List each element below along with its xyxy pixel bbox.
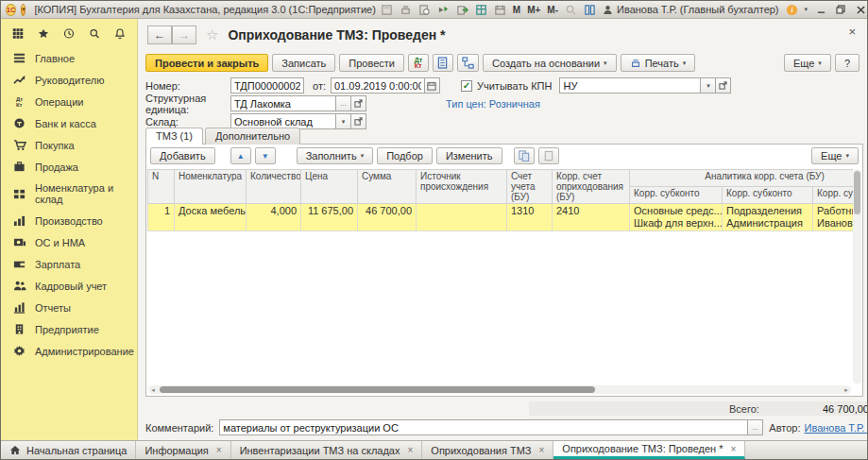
chevron-down-icon[interactable]: ▾: [805, 6, 808, 13]
taskbar-tab-inventories[interactable]: Инвентаризации ТМЗ на складах×: [231, 441, 423, 459]
tab-additional[interactable]: Дополнительно: [205, 128, 300, 145]
move-down-button[interactable]: ▼: [255, 147, 276, 164]
horizontal-scrollbar-thumb[interactable]: [160, 386, 595, 393]
cell-price[interactable]: 11 675,00: [301, 204, 358, 231]
create-on-base-button[interactable]: Создать на основании▾: [483, 54, 617, 72]
print-preview-icon[interactable]: [418, 4, 431, 16]
print-button[interactable]: Печать▾: [621, 54, 696, 72]
favorite-star-icon[interactable]: ☆: [206, 26, 218, 43]
open-icon[interactable]: [716, 77, 731, 94]
choose-ellipsis-icon[interactable]: …: [336, 95, 351, 111]
sidebar-item-administration[interactable]: Администрирование: [1, 340, 137, 362]
calc-m-button[interactable]: M: [513, 5, 520, 15]
vertical-scrollbar-thumb[interactable]: [854, 171, 860, 214]
post-button[interactable]: Провести: [339, 54, 404, 72]
favorites-star-icon[interactable]: [38, 26, 49, 41]
author-link[interactable]: Иванова Т.Р. (Главный бухгалтер): [805, 422, 868, 434]
history-clock-icon[interactable]: [63, 26, 75, 41]
close-tab-icon[interactable]: ×: [539, 445, 545, 455]
save-icon[interactable]: [381, 4, 393, 16]
taskbar-tab-receipts-list[interactable]: Оприходования ТМЗ×: [422, 441, 553, 459]
print-icon[interactable]: [400, 4, 412, 16]
sidebar-item-reports[interactable]: Отчеты: [1, 297, 137, 318]
form-more-button[interactable]: Еще▾: [784, 54, 831, 72]
kpn-checkbox[interactable]: ✓: [461, 80, 472, 92]
sidebar-item-fixed-assets[interactable]: ОС и НМА: [1, 231, 137, 253]
columns-icon[interactable]: [584, 4, 596, 16]
cell-row-number[interactable]: 1: [148, 204, 175, 231]
cell-nomenclature[interactable]: Доска мебельная: [175, 204, 247, 231]
info-icon[interactable]: i: [786, 4, 798, 16]
sidebar-item-sale[interactable]: Продажа: [1, 156, 137, 178]
search-icon[interactable]: [89, 26, 100, 41]
price-type-link[interactable]: Тип цен: Розничная: [446, 98, 540, 110]
sidebar-item-hr[interactable]: Кадровый учет: [1, 275, 137, 297]
number-field[interactable]: [230, 77, 304, 94]
cell-corr-subconto-3[interactable]: Работники орга...Иванова Татьян...: [813, 204, 854, 231]
register-records-button[interactable]: [433, 54, 453, 72]
sections-menu-icon[interactable]: [12, 26, 24, 41]
scroll-right-icon[interactable]: ►: [842, 387, 851, 393]
post-and-close-button[interactable]: Провести и закрыть: [145, 54, 268, 72]
export-icon[interactable]: [456, 4, 468, 16]
help-button[interactable]: ?: [835, 54, 859, 72]
table-more-button[interactable]: Еще▾: [811, 147, 859, 164]
sync-icon[interactable]: [437, 4, 450, 16]
calendar-icon[interactable]: [494, 4, 506, 16]
notifications-bell-icon[interactable]: [114, 26, 126, 41]
zoom-icon[interactable]: [565, 4, 577, 16]
structure-button[interactable]: [457, 54, 479, 72]
write-button[interactable]: Записать: [272, 54, 335, 72]
cell-corr-account-bu[interactable]: 2410: [553, 204, 630, 231]
cell-corr-subconto-1[interactable]: Основные средс...Шкаф для верхн...: [630, 204, 723, 231]
sidebar-item-production[interactable]: Производство: [1, 210, 137, 231]
close-tab-icon[interactable]: ×: [730, 444, 736, 454]
pick-button[interactable]: Подбор: [377, 147, 433, 164]
cell-sum[interactable]: 46 700,00: [358, 204, 417, 231]
open-icon[interactable]: [351, 113, 366, 129]
chevron-down-icon[interactable]: ▾: [701, 77, 716, 94]
main-menu-button[interactable]: ▾: [21, 4, 26, 16]
back-button[interactable]: ←: [147, 26, 172, 44]
move-up-button[interactable]: ▲: [230, 147, 251, 164]
close-tab-icon[interactable]: ×: [407, 445, 413, 455]
calc-m-plus-button[interactable]: M+: [527, 5, 540, 15]
sidebar-item-purchase[interactable]: Покупка: [1, 134, 137, 156]
chevron-down-icon[interactable]: ▾: [336, 113, 351, 129]
calendar-picker-icon[interactable]: [425, 77, 440, 94]
cell-account-bu[interactable]: 1310: [507, 204, 553, 231]
cell-quantity[interactable]: 4,000: [247, 204, 301, 231]
forward-button[interactable]: →: [172, 26, 196, 44]
copy-icon[interactable]: [514, 147, 535, 164]
comment-ellipsis-icon[interactable]: …: [748, 419, 763, 435]
current-user[interactable]: Иванова Т.Р. (Главный бухгалтер): [603, 4, 779, 15]
table-icon[interactable]: [475, 4, 487, 16]
taskbar-tab-information[interactable]: Информация×: [136, 441, 230, 459]
sidebar-item-main[interactable]: Главное: [1, 47, 137, 69]
structural-unit-field[interactable]: [230, 95, 336, 111]
close-form-icon[interactable]: ×: [848, 25, 856, 39]
table-row[interactable]: 1 Доска мебельная 4,000 11 675,00 46 700…: [148, 204, 854, 231]
add-row-button[interactable]: Добавить: [150, 147, 215, 164]
sidebar-item-nomenclature[interactable]: Номенклатура и склад: [1, 178, 137, 210]
tab-tmz[interactable]: ТМЗ (1): [145, 128, 203, 145]
scroll-left-icon[interactable]: ◄: [148, 387, 158, 393]
horizontal-scrollbar[interactable]: ◄ ►: [148, 385, 851, 394]
vertical-scrollbar[interactable]: [853, 169, 861, 383]
sidebar-item-bank-cash[interactable]: Банк и касса: [1, 112, 137, 134]
fill-button[interactable]: Заполнить▾: [297, 147, 374, 164]
minimize-button[interactable]: [814, 3, 827, 16]
nu-field[interactable]: [559, 77, 701, 94]
open-icon[interactable]: [351, 95, 366, 111]
dtkt-postings-button[interactable]: ДтКт: [408, 54, 429, 72]
close-icon[interactable]: [854, 3, 867, 16]
paste-icon[interactable]: [538, 147, 559, 164]
sidebar-item-operations[interactable]: ДтКтОперации: [1, 91, 137, 112]
cell-corr-subconto-2[interactable]: ПодразделенияАдминистрация: [723, 204, 813, 231]
taskbar-tab-home[interactable]: Начальная страница: [1, 441, 136, 459]
sidebar-item-enterprise[interactable]: Предприятие: [1, 318, 137, 340]
sidebar-item-salary[interactable]: Зарплата: [1, 253, 137, 275]
comment-field[interactable]: [219, 419, 748, 435]
close-tab-icon[interactable]: ×: [216, 445, 222, 455]
change-button[interactable]: Изменить: [436, 147, 502, 164]
